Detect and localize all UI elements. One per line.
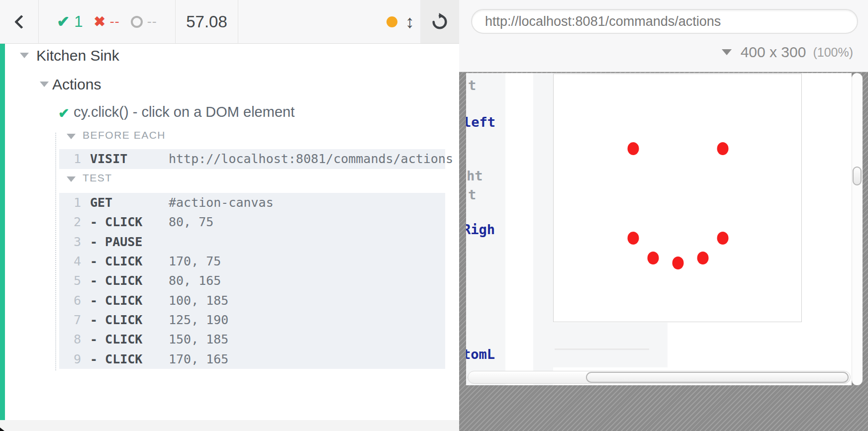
suite-kitchen-sink[interactable]: Kitchen Sink [36,47,119,64]
stat-passed[interactable]: ✔ 1 [54,12,86,31]
caret-down-icon[interactable] [40,82,49,87]
command-row[interactable]: 1VISIThttp://localhost:8081/commands/act… [59,149,445,169]
test-stats: ✔ 1 ✖ -- -- [39,0,176,43]
horizontal-scrollbar-thumb[interactable] [586,372,849,383]
command-number: 8 [59,332,81,346]
section-before-each[interactable]: BEFORE EACH [83,129,166,141]
click-dot [628,142,639,155]
code-fragment: Righ [466,222,495,237]
aut-header: http://localhost:8081/commands/actions 4… [459,0,868,72]
caret-down-icon[interactable] [20,53,29,58]
reporter-toolbar: ✔ 1 ✖ -- -- 57.08 ↕ [0,0,459,44]
check-icon: ✔ [57,12,70,31]
caret-down-icon [722,49,732,55]
click-dot [697,252,709,264]
command-row[interactable]: 8- CLICK150, 185 [59,330,445,349]
command-message: 100, 185 [169,293,228,308]
click-dot [648,252,659,264]
command-row[interactable]: 2- CLICK80, 75 [59,212,445,232]
click-dot [628,232,639,245]
caret-down-icon[interactable] [67,176,76,182]
test-commands: 1GET#action-canvas2- CLICK80, 753- PAUSE… [59,193,445,369]
command-name: - PAUSE [90,235,169,249]
command-row[interactable]: 9- CLICK170, 165 [59,349,445,368]
command-number: 6 [59,293,81,308]
command-number: 2 [59,215,81,229]
command-message: 125, 190 [169,313,228,327]
toolbar-right-controls: ↕ [386,0,420,43]
command-message: 170, 165 [169,352,228,366]
command-number: 1 [59,152,81,166]
mouse-cursor-tip [0,424,4,431]
command-message: http://localhost:8081/commands/actions [169,152,453,166]
click-dot [717,142,729,155]
aut-region: tlefthttRightomL [459,72,868,431]
command-message: 170, 75 [169,254,221,268]
click-dot [717,232,729,245]
command-message: #action-canvas [169,195,274,210]
vertical-scrollbar-track[interactable] [852,73,863,385]
code-fragment: left [466,115,495,130]
stat-failed[interactable]: ✖ -- [91,13,122,30]
cypress-test-runner: ✔ 1 ✖ -- -- 57.08 ↕ [0,0,868,431]
command-log: Kitchen Sink Actions ✔ cy.click() - clic… [0,44,459,420]
command-row[interactable]: 7- CLICK125, 190 [59,310,445,330]
code-fragment: ht [467,169,483,183]
url-bar[interactable]: http://localhost:8081/commands/actions [471,9,858,34]
command-name: GET [90,195,169,210]
command-message: 150, 185 [169,332,228,346]
test-title[interactable]: cy.click() - click on a DOM element [74,104,294,120]
command-row[interactable]: 3- PAUSE [59,232,445,252]
back-button[interactable] [0,0,39,43]
back-chevron-icon [14,14,28,28]
vertical-scrollbar-thumb[interactable] [853,167,862,185]
circle-icon [131,16,143,28]
command-name: VISIT [90,152,169,166]
command-name: - CLICK [90,293,169,308]
aut-iframe: tlefthttRightomL [466,73,852,385]
command-row[interactable]: 5- CLICK80, 165 [59,271,445,290]
code-block-background [533,73,553,385]
command-name: - CLICK [90,313,169,327]
reporter-footer [0,420,459,431]
pending-count: -- [147,14,157,29]
command-row[interactable]: 6- CLICK100, 185 [59,290,445,310]
command-message: 80, 165 [169,273,221,288]
section-test[interactable]: TEST [83,172,112,184]
x-icon: ✖ [94,13,105,30]
command-name: - CLICK [90,273,169,288]
command-row[interactable]: 1GET#action-canvas [59,193,445,212]
viewport-size-dropdown[interactable]: 400 x 300 (100%) [722,44,853,61]
command-number: 7 [59,313,81,327]
toolbar-spacer [238,0,386,43]
command-number: 9 [59,352,81,366]
suite-actions[interactable]: Actions [52,76,101,93]
command-row[interactable]: 4- CLICK170, 75 [59,252,445,271]
section-divider-line [555,348,649,350]
url-text: http://localhost:8081/commands/actions [485,14,721,29]
command-number: 3 [59,235,81,249]
before-each-commands: 1VISIThttp://localhost:8081/commands/act… [59,149,445,169]
viewport-zoom: (100%) [813,45,853,60]
command-name: - CLICK [90,215,169,229]
refresh-icon [430,12,450,32]
failed-count: -- [110,14,120,29]
test-passed-bar [0,44,5,420]
code-fragment: t [468,78,476,93]
next-section-background [553,323,668,367]
auto-scroll-icon[interactable]: ↕ [405,13,414,31]
caret-down-icon[interactable] [67,134,76,139]
command-name: - CLICK [90,352,169,366]
passed-count: 1 [74,13,83,31]
command-number: 5 [59,273,81,288]
indent-guide-line [55,133,56,370]
code-fragment: t [468,187,476,202]
command-number: 1 [59,195,81,210]
click-dot [673,257,684,269]
command-name: - CLICK [90,254,169,268]
command-message: 80, 75 [169,215,213,229]
status-dot [386,16,397,27]
action-canvas[interactable] [553,74,802,322]
stat-pending[interactable]: -- [128,14,160,29]
refresh-button[interactable] [420,0,459,43]
